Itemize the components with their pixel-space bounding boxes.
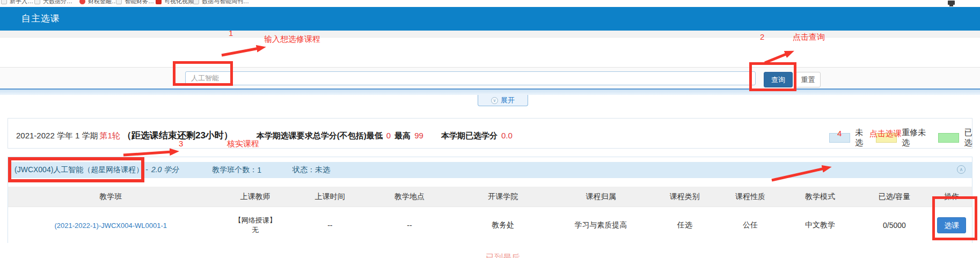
class-table-header: 教学班 上课教师 上课时间 教学地点 开课学院 课程归属 课程类别 课程性质 教… <box>8 187 972 207</box>
selected-credit-label: 本学期已选学分 <box>441 131 498 141</box>
bookmark-item[interactable]: 新手入… <box>1 0 33 6</box>
page-title: 自主选课 <box>21 7 60 31</box>
course-credits: 2.0 学分 <box>151 165 179 175</box>
monitor-icon[interactable] <box>948 1 955 5</box>
bookmark-favicon <box>116 0 122 4</box>
annotation-arrow-2 <box>759 47 802 66</box>
credit-requirement-label: 本学期选课要求总学分(不包括)最低 <box>257 131 383 141</box>
chevron-down-icon: ∨ <box>491 97 498 104</box>
annotation-step2-number: 2 <box>760 32 764 41</box>
expand-tab-label: 展开 <box>501 95 515 105</box>
annotation-step3-label: 核实课程 <box>227 139 259 149</box>
course-selection-page: 新手入… 大数据分… 财税金融… 智能财务… 可视化视频 数据与智能周刊… 自主… <box>0 0 980 258</box>
bookmark-label: 智能财务… <box>125 0 154 5</box>
selected-credit-value: 0.0 <box>501 131 513 140</box>
annotation-rect-search-input <box>173 61 233 86</box>
status-legend: 未选 重修未选 已选 <box>829 128 980 148</box>
bookmark-item[interactable]: 数据与智能周刊… <box>193 0 249 6</box>
legend-label-unselected: 未选 <box>855 128 871 148</box>
mode-cell: 中文教学 <box>783 220 857 230</box>
subheader-strip <box>0 31 980 38</box>
bookmark-item[interactable]: 财税金融… <box>79 0 118 6</box>
legend-label-selected: 已选 <box>964 128 979 148</box>
col-header-capacity: 已选/容量 <box>857 192 931 202</box>
annotation-rect-action-column <box>932 196 977 240</box>
legend-label-retake: 重修未选 <box>902 128 933 148</box>
max-credit-label: 最高 <box>394 131 411 141</box>
col-header-college: 开课学院 <box>456 192 550 202</box>
course-status-value: 未选 <box>315 165 330 175</box>
bookmark-label: 数据与智能周刊… <box>202 0 249 5</box>
reset-button[interactable]: 重置 <box>795 72 821 87</box>
bookmark-item[interactable]: 智能财务… <box>116 0 154 6</box>
col-header-time: 上课时间 <box>297 192 363 202</box>
col-header-nature: 课程性质 <box>718 192 783 202</box>
bookmark-label: 新手入… <box>10 0 33 5</box>
nature-cell: 公任 <box>718 220 783 230</box>
app-header: 自主选课 <box>0 7 980 31</box>
filter-collapse-band <box>0 89 980 95</box>
round-label: 第1轮 <box>100 131 120 141</box>
class-count-label: 教学班个数： <box>212 165 257 175</box>
teacher-cell: 【网络授课】 无 <box>214 216 297 235</box>
bookmark-item[interactable]: 可视化视频 <box>156 0 194 6</box>
annotation-step1-number: 1 <box>229 28 233 38</box>
legend-swatch-selected <box>938 133 959 143</box>
term-label: 2021-2022 学年 1 学期 <box>16 131 98 141</box>
bookmark-favicon-red-square <box>156 0 162 4</box>
class-table-row: (2021-2022-1)-JWCX004-WL0001-1 【网络授课】 无 … <box>8 207 972 243</box>
col-header-teacher: 上课教师 <box>214 192 297 202</box>
course-search-input[interactable] <box>185 71 756 85</box>
bookmark-item[interactable]: 大数据分… <box>34 0 72 6</box>
semester-info-line: 2021-2022 学年 1 学期 第1轮 （距选课结束还剩23小时） 本学期选… <box>16 129 516 142</box>
col-header-mode: 教学模式 <box>783 192 857 202</box>
annotation-step2-label: 点击查询 <box>793 32 825 42</box>
col-header-category: 课程类别 <box>652 192 718 202</box>
college-cell: 教务处 <box>456 220 550 230</box>
course-status-label: 状态： <box>292 165 315 175</box>
end-of-list-text: 已到最后 <box>486 253 520 258</box>
bookmark-label: 大数据分… <box>43 0 72 5</box>
bookmark-favicon <box>1 0 7 4</box>
annotation-rect-course-title <box>8 157 144 182</box>
bookmark-label: 财税金融… <box>88 0 118 5</box>
class-count-value: 1 <box>257 166 261 174</box>
annotation-step4-number: 4 <box>837 129 842 138</box>
teacher-tag: 【网络授课】 <box>214 216 297 225</box>
max-credit-value: 99 <box>414 131 423 140</box>
affiliation-cell: 学习与素质提高 <box>550 220 652 230</box>
bookmark-favicon <box>34 0 40 4</box>
teacher-name: 无 <box>214 225 297 235</box>
bookmark-favicon-red-dot <box>79 0 85 4</box>
annotation-arrow-3 <box>118 146 188 160</box>
annotation-rect-query-button <box>749 62 796 91</box>
bookmark-label: 可视化视频 <box>164 0 194 5</box>
bookmark-favicon <box>193 0 199 4</box>
location-cell: -- <box>363 221 456 230</box>
category-cell: 任选 <box>652 220 718 230</box>
col-header-location: 教学地点 <box>363 192 456 202</box>
expand-filters-tab[interactable]: ∨ 展开 <box>478 95 528 106</box>
annotation-step4-label: 点击选课 <box>869 129 902 139</box>
time-cell: -- <box>297 221 363 230</box>
class-code-link[interactable]: (2021-2022-1)-JWCX004-WL0001-1 <box>55 222 167 230</box>
annotation-arrow-1 <box>215 43 274 59</box>
browser-bookmarks-bar: 新手入… 大数据分… 财税金融… 智能财务… 可视化视频 数据与智能周刊… <box>0 0 980 7</box>
collapse-course-icon[interactable]: ∧ <box>957 165 966 174</box>
countdown-label: （距选课结束还剩23小时） <box>122 129 233 142</box>
col-header-class: 教学班 <box>8 192 214 202</box>
min-credit-value: 0 <box>386 131 391 140</box>
col-header-affiliation: 课程归属 <box>550 192 652 202</box>
annotation-arrow-4 <box>766 161 842 183</box>
capacity-cell: 0/5000 <box>857 221 931 230</box>
